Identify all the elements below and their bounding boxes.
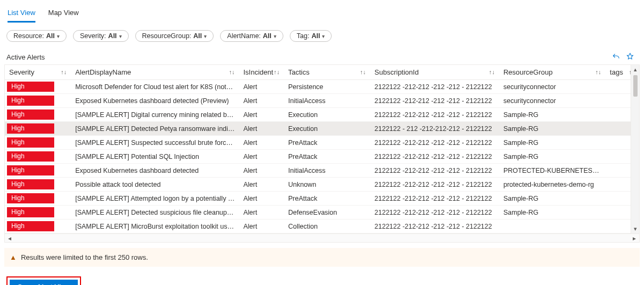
scroll-thumb[interactable] [633, 75, 638, 97]
warning-icon: ▲ [10, 253, 17, 261]
cell-isincident: Alert [239, 136, 284, 150]
table-row[interactable]: HighExposed Kubernetes dashboard detecte… [5, 94, 639, 108]
severity-badge: High [7, 123, 54, 134]
cell-isincident: Alert [239, 94, 284, 108]
table-row[interactable]: High[SAMPLE ALERT] Detected suspicious f… [5, 206, 639, 220]
col-subscriptionid[interactable]: SubscriptionId↑↓ [370, 65, 499, 80]
cell-resourcegroup: PROTECTED-KUBERNETES-DEMO-RG [499, 164, 605, 178]
cell-resourcegroup: Sample-RG [499, 108, 605, 122]
scroll-up-icon[interactable]: ▴ [634, 65, 637, 74]
cell-subscriptionid: 2122122 -212-212 -212 -212 - 2122122 [370, 220, 499, 233]
cell-subscriptionid: 2122122 -212-212 -212 -212 - 2122122 [370, 206, 499, 220]
filter-resource[interactable]: Resource: All ▾ [6, 30, 67, 42]
filter-severity-label: Severity: [80, 32, 106, 40]
severity-badge: High [7, 193, 54, 203]
cell-alertname: [SAMPLE ALERT] Attempted logon by a pote… [71, 192, 239, 206]
cell-alertname: [SAMPLE ALERT] Potential SQL Injection [71, 150, 239, 164]
scroll-right-icon[interactable]: ▸ [631, 235, 638, 242]
sort-icon: ↑↓ [274, 69, 280, 75]
col-isincident[interactable]: IsIncident↑↓ [239, 65, 284, 80]
cell-resourcegroup: protected-kubernetes-demo-rg [499, 178, 605, 192]
cell-resourcegroup: Sample-RG [499, 192, 605, 206]
table-row[interactable]: HighExposed Kubernetes dashboard detecte… [5, 164, 639, 178]
cell-subscriptionid: 2122122 -212-212 -212 -212 - 2122122 [370, 178, 499, 192]
cell-resourcegroup: Sample-RG [499, 150, 605, 164]
cell-subscriptionid: 2122122 -212-212 -212 -212 - 2122122 [370, 164, 499, 178]
cell-isincident: Alert [239, 108, 284, 122]
open-alert-view-button[interactable]: Open Alert View [10, 280, 78, 285]
filter-resourcegroup[interactable]: ResourceGroup: All ▾ [135, 30, 214, 42]
cell-tactics: DefenseEvasion [284, 206, 370, 220]
severity-badge: High [7, 137, 54, 148]
filter-severity-value: All [108, 32, 117, 40]
cell-subscriptionid: 2122122 -212-212 -212 -212 - 2122122 [370, 192, 499, 206]
warning-text: Results were limited to the first 250 ro… [21, 253, 148, 261]
cell-tactics: Execution [284, 108, 370, 122]
cell-isincident: Alert [239, 220, 284, 233]
severity-badge: High [7, 207, 54, 217]
alerts-grid: Severity↑↓ AlertDisplayName↑↓ IsIncident… [4, 64, 640, 243]
filter-row: Resource: All ▾ Severity: All ▾ Resource… [4, 23, 640, 49]
cell-isincident: Alert [239, 178, 284, 192]
table-row[interactable]: High[SAMPLE ALERT] Potential SQL Injecti… [5, 150, 639, 164]
cell-tactics: PreAttack [284, 150, 370, 164]
cell-isincident: Alert [239, 80, 284, 94]
cell-subscriptionid: 2122122 -212-212 -212 -212 - 2122122 [370, 136, 499, 150]
horizontal-scrollbar[interactable]: ◂ ▸ [5, 233, 639, 242]
scroll-left-icon[interactable]: ◂ [6, 235, 13, 242]
cell-resourcegroup [499, 220, 605, 233]
sort-icon: ↑↓ [360, 69, 366, 75]
table-row[interactable]: High[SAMPLE ALERT] Suspected successful … [5, 136, 639, 150]
cell-tactics: Execution [284, 122, 370, 136]
col-alertdisplayname[interactable]: AlertDisplayName↑↓ [71, 65, 239, 80]
cell-subscriptionid: 2122122 -212-212 -212 -212 - 2122122 [370, 80, 499, 94]
cell-tactics: PreAttack [284, 192, 370, 206]
col-resourcegroup[interactable]: ResourceGroup↑↓ [499, 65, 605, 80]
filter-severity[interactable]: Severity: All ▾ [73, 30, 129, 42]
cell-resourcegroup: Sample-RG [499, 136, 605, 150]
chevron-down-icon: ▾ [322, 33, 325, 39]
tab-map-view[interactable]: Map View [48, 6, 79, 23]
filter-tag-label: Tag: [297, 32, 310, 40]
result-limit-warning: ▲ Results were limited to the first 250 … [4, 248, 640, 267]
header-row: Severity↑↓ AlertDisplayName↑↓ IsIncident… [5, 65, 639, 80]
filter-tag-value: All [311, 32, 320, 40]
table-row[interactable]: High[SAMPLE ALERT] Attempted logon by a … [5, 192, 639, 206]
pin-icon[interactable] [626, 53, 634, 61]
highlight-box: Open Alert View [6, 276, 81, 285]
severity-badge: High [7, 151, 54, 162]
cell-subscriptionid: 2122122 - 212 -212-212-212 - 2122122 [370, 122, 499, 136]
tab-list-view[interactable]: List View [8, 6, 35, 23]
scroll-down-icon[interactable]: ▾ [634, 224, 637, 233]
cell-tactics: Persistence [284, 80, 370, 94]
filter-alertname-value: All [263, 32, 272, 40]
cell-tactics: InitialAccess [284, 164, 370, 178]
filter-resource-value: All [46, 32, 55, 40]
cell-subscriptionid: 2122122 -212-212 -212 -212 - 2122122 [370, 150, 499, 164]
cell-tactics: Collection [284, 220, 370, 233]
filter-alertname[interactable]: AlertName: All ▾ [220, 30, 283, 42]
filter-alertname-label: AlertName: [227, 32, 261, 40]
section-title: Active Alerts [6, 53, 45, 61]
table-row[interactable]: High[SAMPLE ALERT] Detected Petya ransom… [5, 122, 639, 136]
table-row[interactable]: High[SAMPLE ALERT] Digital currency mini… [5, 108, 639, 122]
undo-icon[interactable] [612, 53, 620, 61]
col-severity[interactable]: Severity↑↓ [5, 65, 71, 80]
cell-isincident: Alert [239, 150, 284, 164]
table-row[interactable]: High[SAMPLE ALERT] MicroBurst exploitati… [5, 220, 639, 233]
cell-tactics: Unknown [284, 178, 370, 192]
severity-badge: High [7, 109, 54, 120]
cell-subscriptionid: 2122122 -212-212 -212 -212 - 2122122 [370, 108, 499, 122]
cell-isincident: Alert [239, 192, 284, 206]
cell-alertname: Microsoft Defender for Cloud test alert … [71, 80, 239, 94]
filter-tag[interactable]: Tag: All ▾ [290, 30, 332, 42]
sort-icon: ↑↓ [61, 69, 67, 75]
sort-icon: ↑↓ [229, 69, 235, 75]
vertical-scrollbar[interactable]: ▴ ▾ [631, 65, 639, 233]
table-row[interactable]: HighMicrosoft Defender for Cloud test al… [5, 80, 639, 94]
cell-subscriptionid: 2122122 -212-212 -212 -212 - 2122122 [370, 94, 499, 108]
table-row[interactable]: HighPossible attack tool detectedAlertUn… [5, 178, 639, 192]
col-tactics[interactable]: Tactics↑↓ [284, 65, 370, 80]
cell-alertname: [SAMPLE ALERT] Detected Petya ransomware… [71, 122, 239, 136]
chevron-down-icon: ▾ [57, 33, 60, 39]
